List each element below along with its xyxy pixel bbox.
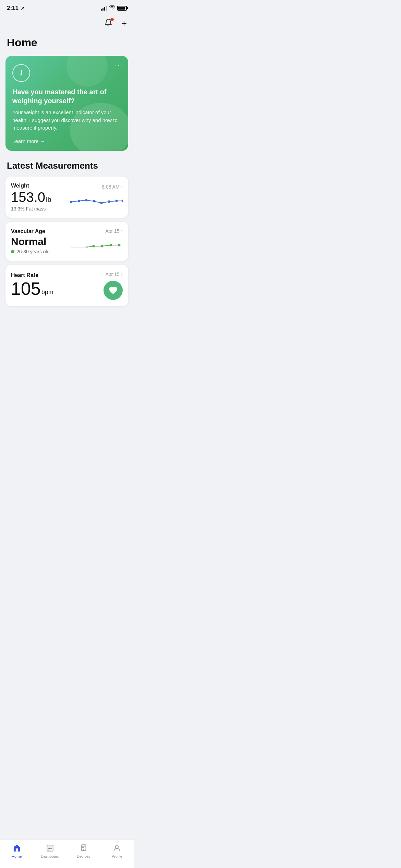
svg-point-2 (85, 199, 88, 201)
vascular-age-card[interactable]: Vascular Age Normal 26-30 years old Apr … (5, 222, 128, 261)
hr-card-right: Apr 15 › (68, 271, 123, 300)
svg-point-5 (108, 200, 110, 203)
status-icons (101, 5, 127, 11)
hr-card-left: Heart Rate 105 bpm (11, 272, 53, 299)
svg-point-13 (118, 244, 121, 246)
svg-point-12 (110, 244, 112, 246)
weight-fat-mass: 13.3% Fat mass (11, 206, 46, 212)
svg-point-9 (86, 246, 88, 248)
tip-card-body: Your weight is an excellent indicator of… (12, 109, 121, 132)
vascular-card-left: Vascular Age Normal 26-30 years old (11, 228, 50, 254)
signal-bars (101, 6, 107, 11)
svg-point-6 (116, 200, 118, 202)
vascular-label: Vascular Age (11, 228, 50, 234)
hr-time: Apr 15 › (105, 271, 123, 277)
hr-label: Heart Rate (11, 272, 53, 278)
heart-rate-card[interactable]: Heart Rate 105 bpm Apr 15 › (5, 265, 128, 306)
wifi-icon (109, 5, 115, 11)
tip-card-title: Have you mastered the art of weighing yo… (12, 87, 121, 105)
weight-chevron: › (121, 184, 123, 190)
weight-time-text: 8:08 AM (102, 184, 119, 190)
weight-number: 153.0 (11, 190, 45, 205)
weight-card-left: Weight 153.0 lb 13.3% Fat mass (11, 183, 51, 212)
hr-time-text: Apr 15 (105, 272, 119, 277)
weight-sub: 13.3% Fat mass (11, 206, 51, 212)
vascular-time-text: Apr 15 (105, 228, 119, 234)
battery-icon (117, 6, 127, 11)
vascular-chevron: › (121, 228, 123, 234)
svg-point-3 (93, 200, 95, 202)
hr-number: 105 (11, 279, 41, 299)
header-actions: + (0, 14, 134, 35)
section-title-measurements: Latest Measurements (0, 160, 134, 177)
add-button[interactable]: + (121, 19, 127, 28)
svg-point-10 (93, 245, 95, 247)
svg-point-4 (100, 202, 103, 204)
status-time: 2:11 (7, 5, 19, 12)
weight-card[interactable]: Weight 153.0 lb 13.3% Fat mass 8:08 AM › (5, 177, 128, 218)
vascular-dot (11, 250, 14, 253)
tip-card-menu[interactable]: ··· (115, 61, 123, 69)
notifications-button[interactable] (102, 17, 114, 29)
info-icon: i (12, 64, 30, 82)
location-icon: ↗ (21, 5, 25, 11)
weight-card-right: 8:08 AM › (68, 184, 123, 210)
vascular-card-right: Apr 15 › (68, 228, 123, 255)
svg-point-1 (78, 200, 80, 202)
weight-label: Weight (11, 183, 51, 189)
svg-point-7 (122, 200, 123, 202)
vascular-range: 26-30 years old (16, 249, 50, 254)
hr-chevron: › (121, 271, 123, 277)
vascular-sub: 26-30 years old (11, 249, 50, 254)
svg-point-0 (70, 201, 73, 203)
hr-value: 105 bpm (11, 279, 53, 299)
notification-badge (110, 18, 114, 21)
weight-unit: lb (46, 196, 51, 203)
vascular-sparkline (68, 238, 123, 255)
vascular-time: Apr 15 › (105, 228, 123, 234)
page-title: Home (0, 35, 134, 56)
weight-sparkline (68, 193, 123, 210)
heart-icon-circle (104, 281, 123, 300)
vascular-value: Normal (11, 236, 50, 248)
status-bar: 2:11 ↗ (0, 0, 134, 14)
svg-point-11 (101, 245, 104, 247)
card-bg-blob2 (66, 56, 108, 87)
weight-time: 8:08 AM › (102, 184, 123, 190)
hr-unit: bpm (41, 289, 53, 296)
tip-card[interactable]: ··· i Have you mastered the art of weigh… (5, 56, 128, 151)
tip-card-learn-more[interactable]: Learn more → (12, 138, 121, 144)
weight-value: 153.0 lb (11, 190, 51, 205)
